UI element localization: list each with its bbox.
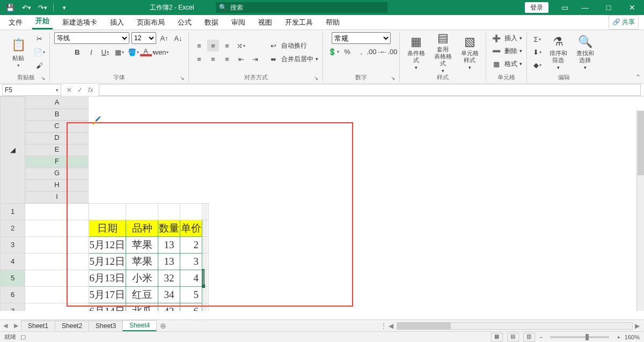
- worksheet-grid[interactable]: ◢ A B C D E F G H I 12日期品种数量单价35月12日苹果13…: [0, 96, 644, 311]
- cell[interactable]: 5月12日: [89, 236, 126, 253]
- merge-center-button[interactable]: ⬌合并后居中▾: [267, 53, 318, 65]
- tab-developer[interactable]: 开发工具: [282, 14, 316, 29]
- cell[interactable]: 6月13日: [89, 270, 126, 286]
- cell[interactable]: [89, 203, 126, 220]
- cell-styles-button[interactable]: ▧单元格样式▾: [458, 34, 481, 71]
- cell[interactable]: [207, 203, 209, 220]
- fill-button[interactable]: ⬇: [531, 47, 543, 58]
- cell[interactable]: [207, 220, 209, 236]
- cell[interactable]: [126, 203, 158, 220]
- format-as-table-button[interactable]: ▤套用 表格格式▾: [431, 34, 455, 71]
- sheet-tab-1[interactable]: Sheet1: [21, 321, 55, 331]
- wrap-text-button[interactable]: ↩自动换行: [267, 40, 318, 51]
- cell[interactable]: [207, 303, 209, 311]
- cell[interactable]: 13: [158, 253, 180, 270]
- number-launcher[interactable]: ↘: [389, 73, 397, 82]
- clipboard-launcher[interactable]: ↘: [39, 73, 47, 82]
- cell[interactable]: 34: [158, 286, 180, 303]
- cell[interactable]: [207, 270, 209, 286]
- conditional-format-button[interactable]: ▦条件格式▾: [404, 34, 428, 71]
- cell[interactable]: 5: [180, 286, 202, 303]
- horizontal-scrollbar[interactable]: [397, 322, 633, 330]
- tab-newtab[interactable]: 新建选项卡: [59, 14, 100, 29]
- align-center-icon[interactable]: ≡: [207, 53, 219, 65]
- tab-review[interactable]: 审阅: [228, 14, 248, 29]
- sheet-tab-4[interactable]: Sheet4: [122, 320, 157, 331]
- tab-view[interactable]: 视图: [255, 14, 275, 29]
- font-size-select[interactable]: 12: [131, 32, 156, 44]
- cancel-formula-icon[interactable]: ✕: [64, 86, 74, 94]
- cell[interactable]: 6: [180, 303, 202, 311]
- phonetic-button[interactable]: wen: [155, 46, 167, 58]
- col-header-B[interactable]: B: [25, 109, 89, 121]
- delete-cells-button[interactable]: ➖删除▾: [491, 45, 522, 57]
- cell[interactable]: [202, 270, 204, 286]
- zoom-out-button[interactable]: −: [539, 334, 543, 340]
- normal-view-button[interactable]: ▦: [491, 333, 503, 341]
- zoom-in-button[interactable]: +: [617, 334, 620, 340]
- font-name-select[interactable]: 等线: [54, 32, 129, 44]
- insert-cells-button[interactable]: ➕插入▾: [491, 32, 522, 44]
- enter-formula-icon[interactable]: ✓: [75, 86, 85, 94]
- cell[interactable]: [25, 220, 89, 236]
- cell[interactable]: [25, 270, 89, 286]
- cell[interactable]: 苹果: [126, 236, 158, 253]
- italic-button[interactable]: I: [85, 46, 97, 58]
- undo-button[interactable]: ↶▾: [19, 2, 33, 13]
- name-box[interactable]: F5▾: [2, 84, 61, 96]
- cell[interactable]: 6月14日: [89, 303, 126, 311]
- align-bottom-icon[interactable]: ≡: [221, 40, 233, 51]
- cell[interactable]: 43: [158, 303, 180, 311]
- increase-indent-icon[interactable]: ⇥: [249, 53, 261, 65]
- bold-button[interactable]: B: [71, 46, 83, 58]
- formula-input[interactable]: [99, 84, 641, 96]
- border-button[interactable]: ▦: [113, 46, 125, 58]
- align-middle-icon[interactable]: ≡: [207, 40, 219, 51]
- cell[interactable]: 5月12日: [89, 253, 126, 270]
- decrease-indent-icon[interactable]: ⇤: [235, 53, 247, 65]
- collapse-ribbon-button[interactable]: ⌃: [635, 73, 641, 81]
- macro-record-icon[interactable]: ▢: [20, 333, 26, 340]
- cell[interactable]: [207, 286, 209, 303]
- fx-icon[interactable]: fx: [86, 86, 96, 94]
- cell[interactable]: 4: [180, 270, 202, 286]
- row-header-6[interactable]: 6: [1, 286, 25, 303]
- cell[interactable]: [207, 236, 209, 253]
- col-header-H[interactable]: H: [25, 180, 89, 191]
- col-header-G[interactable]: G: [25, 168, 89, 180]
- cell[interactable]: [25, 303, 89, 311]
- cell[interactable]: 数量: [158, 220, 180, 236]
- cell[interactable]: 苹果: [126, 253, 158, 270]
- font-launcher[interactable]: ↘: [178, 73, 186, 82]
- tab-layout[interactable]: 页面布局: [134, 14, 168, 29]
- row-header-7[interactable]: 7: [1, 303, 25, 311]
- row-header-4[interactable]: 4: [1, 253, 25, 270]
- comma-button[interactable]: ,: [355, 46, 367, 57]
- cut-button[interactable]: ✂: [33, 33, 45, 45]
- close-button[interactable]: ✕: [620, 0, 644, 15]
- page-layout-view-button[interactable]: ▤: [507, 333, 519, 341]
- cell[interactable]: [25, 203, 89, 220]
- sort-filter-button[interactable]: ⚗排序和筛选▾: [546, 34, 570, 71]
- tab-data[interactable]: 数据: [201, 14, 222, 29]
- maximize-button[interactable]: □: [597, 0, 620, 15]
- paste-button[interactable]: 📋 粘贴 ▾: [6, 34, 30, 71]
- col-header-E[interactable]: E: [25, 144, 89, 156]
- sheet-tab-3[interactable]: Sheet3: [89, 321, 123, 331]
- tab-help[interactable]: 帮助: [323, 14, 343, 29]
- increase-font-icon[interactable]: A↑: [158, 32, 170, 44]
- col-header-D[interactable]: D: [25, 132, 89, 144]
- find-select-button[interactable]: 🔍查找和选择▾: [573, 34, 597, 71]
- tab-insert[interactable]: 插入: [107, 14, 127, 29]
- cell[interactable]: [25, 253, 89, 270]
- redo-button[interactable]: ↷▾: [35, 2, 49, 13]
- cell[interactable]: 北瓜: [126, 303, 158, 311]
- row-header-1[interactable]: 1: [1, 203, 25, 220]
- tab-formula[interactable]: 公式: [174, 14, 195, 29]
- cell[interactable]: [158, 203, 180, 220]
- cell[interactable]: [25, 286, 89, 303]
- decrease-decimal-button[interactable]: ←.00: [383, 46, 395, 57]
- fill-color-button[interactable]: 🪣: [127, 46, 139, 58]
- cell[interactable]: 小米: [126, 270, 158, 286]
- tab-file[interactable]: 文件: [5, 14, 26, 29]
